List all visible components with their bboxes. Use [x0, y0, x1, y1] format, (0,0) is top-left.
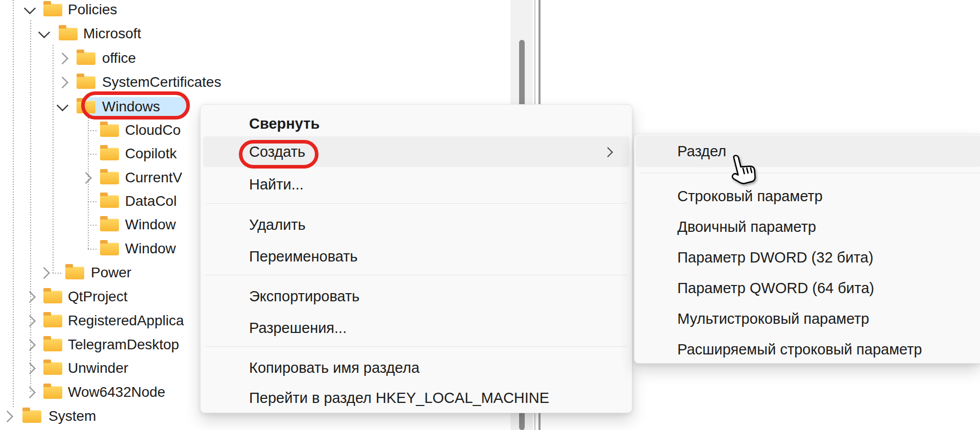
- folder-icon: [100, 219, 119, 231]
- folder-icon: [77, 101, 95, 113]
- chevron-right-icon[interactable]: [80, 172, 92, 184]
- submenu-item-qword-value[interactable]: Параметр QWORD (64 бита): [634, 274, 980, 302]
- tree-node-office[interactable]: office: [0, 49, 510, 68]
- submenu-item-label: Параметр QWORD (64 бита): [677, 280, 874, 296]
- chevron-right-icon[interactable]: [56, 52, 68, 64]
- tree-node-label: CloudCo: [125, 121, 181, 140]
- menu-item-export[interactable]: Экспортировать: [201, 281, 632, 311]
- folder-icon: [100, 172, 119, 184]
- menu-separator: [206, 203, 627, 204]
- tree-node-label: Power: [91, 263, 131, 282]
- folder-icon: [43, 291, 62, 303]
- tree-node-label: DataCol: [125, 192, 177, 211]
- folder-icon: [100, 195, 119, 208]
- submenu-item-label: Строковый параметр: [677, 188, 823, 204]
- menu-separator: [206, 346, 627, 347]
- folder-icon: [59, 28, 78, 40]
- folder-icon: [43, 4, 62, 16]
- folder-icon: [100, 243, 119, 255]
- submenu-item-binary-value[interactable]: Двоичный параметр: [634, 212, 980, 241]
- submenu-item-label: Параметр DWORD (32 бита): [677, 249, 873, 266]
- chevron-down-icon[interactable]: [38, 26, 50, 38]
- submenu-item-expandable-string-value[interactable]: Расширяемый строковый параметр: [634, 335, 980, 364]
- menu-item-label: Удалить: [249, 217, 306, 233]
- submenu-arrow-icon: [603, 147, 613, 157]
- folder-icon: [43, 386, 62, 399]
- submenu-item-label: Мультистроковый параметр: [677, 310, 869, 327]
- tree-node-label: Copilotk: [125, 144, 177, 163]
- menu-item-label: Свернуть: [249, 115, 320, 132]
- menu-item-label: Копировать имя раздела: [249, 360, 420, 376]
- menu-item-label: Разрешения...: [249, 320, 347, 336]
- menu-item-rename[interactable]: Переименовать: [201, 242, 632, 271]
- folder-icon: [22, 410, 41, 423]
- menu-item-delete[interactable]: Удалить: [201, 210, 632, 240]
- menu-item-find[interactable]: Найти...: [201, 170, 632, 199]
- tree-node-label: RegisteredApplica: [68, 311, 184, 330]
- submenu-item-dword-value[interactable]: Параметр DWORD (32 бита): [634, 243, 980, 272]
- menu-item-label: Экспортировать: [249, 288, 359, 304]
- menu-item-create[interactable]: Создать: [201, 136, 632, 167]
- submenu-item-label: Двоичный параметр: [677, 219, 816, 235]
- create-submenu: Раздел Строковый параметр Двоичный парам…: [634, 134, 980, 364]
- folder-icon: [77, 76, 95, 89]
- chevron-right-icon[interactable]: [1, 410, 13, 422]
- menu-item-label: Перейти в раздел HKEY_LOCAL_MACHINE: [249, 390, 549, 406]
- submenu-item-multistring-value[interactable]: Мультистроковый параметр: [634, 304, 980, 333]
- tree-node-label: Wow6432Node: [68, 383, 165, 402]
- menu-separator: [640, 173, 980, 173]
- menu-item-copy-key-name[interactable]: Копировать имя раздела: [201, 353, 632, 383]
- tree-node-label: Unwinder: [68, 359, 128, 378]
- chevron-right-icon[interactable]: [23, 315, 36, 327]
- tree-node-policies[interactable]: Policies: [0, 0, 510, 19]
- submenu-item-string-value[interactable]: Строковый параметр: [634, 182, 980, 210]
- chevron-right-icon[interactable]: [38, 267, 50, 279]
- menu-separator: [206, 275, 627, 275]
- folder-icon: [65, 267, 84, 279]
- submenu-item-key[interactable]: Раздел: [634, 135, 980, 167]
- chevron-down-icon[interactable]: [56, 99, 68, 111]
- folder-icon: [77, 52, 95, 65]
- tree-node-label: CurrentV: [125, 168, 182, 187]
- folder-icon: [43, 315, 62, 327]
- tree-node-label: SystemCertificates: [102, 73, 221, 92]
- tree-node-label: QtProject: [68, 287, 128, 306]
- folder-icon: [43, 339, 62, 351]
- menu-item-label: Найти...: [249, 176, 304, 193]
- chevron-right-icon[interactable]: [23, 291, 36, 303]
- tree-node-label: Window: [125, 239, 176, 258]
- chevron-right-icon[interactable]: [23, 386, 36, 398]
- menu-item-label: Переименовать: [249, 248, 358, 265]
- submenu-item-label: Раздел: [677, 143, 726, 159]
- chevron-right-icon[interactable]: [56, 76, 68, 88]
- tree-node-label: TelegramDesktop: [68, 335, 179, 354]
- folder-icon: [100, 124, 119, 137]
- tree-node-label: Window: [125, 215, 176, 234]
- chevron-right-icon[interactable]: [23, 362, 36, 374]
- tree-node-label: Windows: [102, 97, 160, 116]
- tree-node-label: Policies: [68, 0, 117, 19]
- menu-item-permissions[interactable]: Разрешения...: [201, 313, 632, 343]
- submenu-item-label: Расширяемый строковый параметр: [677, 341, 922, 357]
- tree-node-microsoft[interactable]: Microsoft: [0, 24, 510, 43]
- chevron-down-icon[interactable]: [23, 2, 36, 14]
- tree-node-systemcertificates[interactable]: SystemCertificates: [0, 73, 510, 92]
- chevron-right-icon[interactable]: [23, 339, 36, 351]
- regedit-screenshot: Policies Microsoft office SystemCertific…: [0, 0, 980, 430]
- menu-item-collapse[interactable]: Свернуть: [201, 109, 632, 138]
- tree-node-label: Microsoft: [83, 24, 141, 43]
- tree-node-label: System: [48, 407, 96, 426]
- folder-icon: [43, 362, 62, 375]
- menu-item-go-to-hklm[interactable]: Перейти в раздел HKEY_LOCAL_MACHINE: [201, 383, 632, 413]
- tree-node-label: office: [102, 49, 136, 68]
- context-menu: Свернуть Создать Найти... Удалить Переим…: [200, 104, 632, 413]
- menu-item-label: Создать: [249, 144, 305, 160]
- folder-icon: [100, 148, 119, 160]
